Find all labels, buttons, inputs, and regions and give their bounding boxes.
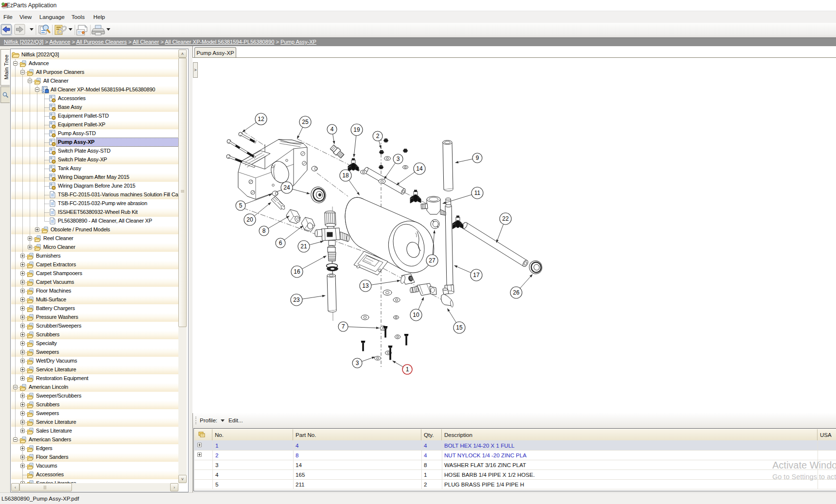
svg-text:17: 17 bbox=[473, 272, 480, 278]
svg-text:6: 6 bbox=[279, 240, 282, 246]
svg-text:18: 18 bbox=[342, 172, 349, 179]
svg-text:10: 10 bbox=[413, 312, 419, 318]
svg-text:13: 13 bbox=[362, 282, 369, 289]
svg-text:11: 11 bbox=[474, 190, 481, 196]
svg-text:8: 8 bbox=[262, 227, 266, 234]
svg-text:21: 21 bbox=[300, 243, 307, 250]
svg-text:2: 2 bbox=[376, 133, 380, 139]
svg-text:1: 1 bbox=[406, 366, 409, 373]
svg-text:9: 9 bbox=[476, 155, 479, 161]
svg-text:15: 15 bbox=[456, 324, 463, 331]
svg-text:12: 12 bbox=[258, 116, 264, 122]
svg-text:22: 22 bbox=[502, 215, 509, 222]
svg-text:25: 25 bbox=[302, 119, 309, 125]
svg-text:27: 27 bbox=[429, 257, 435, 264]
svg-text:5: 5 bbox=[239, 202, 243, 209]
svg-text:4: 4 bbox=[331, 126, 334, 133]
svg-text:26: 26 bbox=[513, 289, 520, 296]
svg-text:7: 7 bbox=[342, 323, 345, 330]
svg-text:24: 24 bbox=[283, 184, 290, 191]
svg-text:19: 19 bbox=[353, 126, 360, 133]
svg-text:16: 16 bbox=[294, 268, 300, 275]
svg-text:3: 3 bbox=[356, 360, 359, 366]
svg-text:23: 23 bbox=[293, 296, 300, 303]
svg-text:3: 3 bbox=[397, 156, 400, 162]
svg-text:20: 20 bbox=[246, 216, 253, 223]
svg-text:14: 14 bbox=[416, 165, 423, 172]
